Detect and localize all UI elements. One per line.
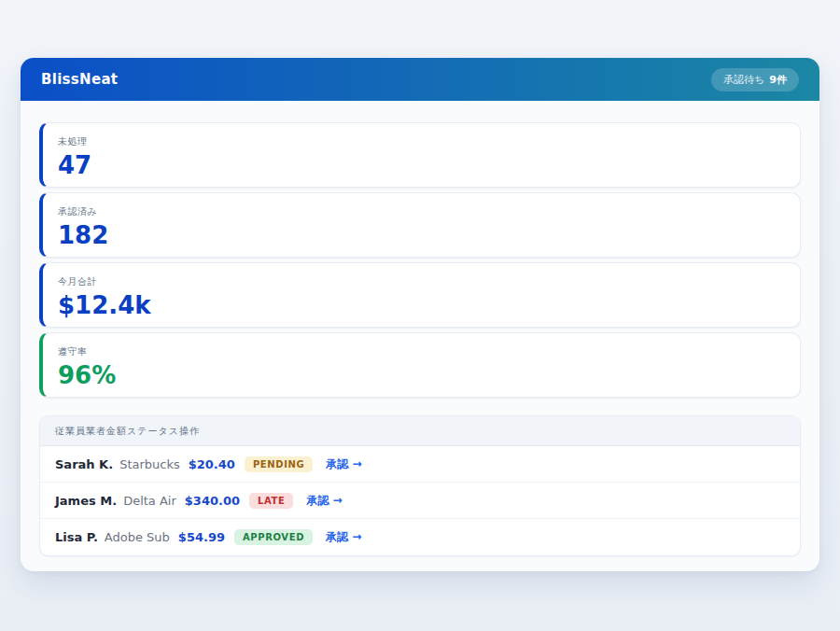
- vendor-name: Delta Air: [123, 494, 176, 508]
- expense-amount: $340.00: [185, 494, 240, 508]
- status-badge: LATE: [249, 493, 293, 509]
- stat-value: 96%: [58, 362, 785, 389]
- table-row: Lisa P. Adobe Sub $54.99 APPROVED 承認 →: [40, 519, 800, 555]
- status-badge: PENDING: [245, 456, 313, 472]
- employee-name: Lisa P.: [55, 530, 98, 544]
- vendor-name: Adobe Sub: [105, 530, 170, 544]
- status-badge: APPROVED: [234, 529, 313, 545]
- vendor-name: Starbucks: [119, 457, 180, 471]
- approve-link[interactable]: 承認 →: [306, 493, 342, 509]
- stat-card-compliance-rate: 遵守率 96%: [39, 332, 801, 398]
- stat-card-month-total: 今月合計 $12.4k: [39, 262, 801, 328]
- pending-badge-count: 9件: [769, 73, 787, 87]
- expense-app-card: BlissNeat 承認待ち 9件 未処理 47 承認済み 182 今月合計 $…: [21, 58, 819, 571]
- pending-count-badge: 承認待ち 9件: [711, 68, 799, 91]
- stat-label: 未処理: [58, 135, 785, 148]
- app-header: BlissNeat 承認待ち 9件: [21, 58, 819, 101]
- employee-name: James M.: [55, 494, 117, 508]
- stat-label: 今月合計: [58, 275, 785, 288]
- app-title: BlissNeat: [41, 71, 118, 88]
- stat-label: 承認済み: [58, 205, 785, 218]
- table-row: Sarah K. Starbucks $20.40 PENDING 承認 →: [40, 446, 800, 483]
- pending-badge-label: 承認待ち: [723, 73, 764, 87]
- stat-card-approved: 承認済み 182: [39, 192, 801, 258]
- approve-link[interactable]: 承認 →: [326, 529, 361, 545]
- main-content: 未処理 47 承認済み 182 今月合計 $12.4k 遵守率 96% 従業員業…: [21, 101, 819, 556]
- expense-amount: $20.40: [189, 457, 235, 471]
- table-header: 従業員業者金額ステータス操作: [40, 416, 800, 446]
- stat-value: $12.4k: [58, 292, 785, 319]
- stat-value: 47: [58, 152, 785, 179]
- stat-card-unprocessed: 未処理 47: [39, 122, 801, 188]
- stat-value: 182: [58, 222, 785, 249]
- expense-amount: $54.99: [178, 530, 225, 544]
- table-row: James M. Delta Air $340.00 LATE 承認 →: [40, 483, 800, 519]
- employee-name: Sarah K.: [55, 457, 113, 471]
- expense-table: 従業員業者金額ステータス操作 Sarah K. Starbucks $20.40…: [39, 415, 801, 556]
- approve-link[interactable]: 承認 →: [326, 456, 361, 472]
- stat-label: 遵守率: [58, 345, 785, 358]
